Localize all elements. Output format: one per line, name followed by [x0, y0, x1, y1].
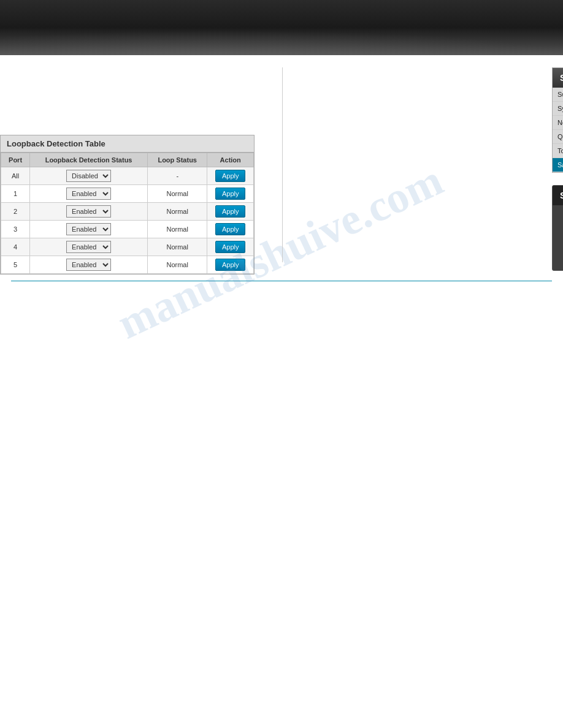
table-row: 4DisabledEnabledNormalApply — [1, 238, 254, 256]
cell-loop-status: Normal — [148, 221, 207, 238]
status-select[interactable]: DisabledEnabled — [66, 259, 111, 271]
status-select[interactable]: DisabledEnabled — [66, 223, 111, 235]
menu-item-network[interactable]: Network — [553, 116, 563, 130]
apply-button[interactable]: Apply — [215, 259, 246, 271]
cell-status: DisabledEnabled — [30, 238, 148, 256]
cell-loop-status: Normal — [148, 256, 207, 274]
table-row: 3DisabledEnabledNormalApply — [1, 221, 254, 238]
cell-status: DisabledEnabled — [30, 203, 148, 221]
cell-action: Apply — [207, 238, 254, 256]
status-select[interactable]: DisabledEnabled — [66, 188, 111, 200]
menu-item-qos[interactable]: QoS — [553, 130, 563, 144]
apply-button[interactable]: Apply — [215, 241, 246, 253]
cell-status: DisabledEnabled — [30, 185, 148, 203]
table-row: 5DisabledEnabledNormalApply — [1, 256, 254, 274]
menu-item-tools[interactable]: Tools — [553, 144, 563, 158]
cell-action: Apply — [207, 221, 254, 238]
apply-button[interactable]: Apply — [215, 205, 246, 218]
cell-loop-status: - — [148, 167, 207, 185]
cell-port: All — [1, 167, 30, 185]
save-config-title: Save Configuration — [553, 186, 563, 205]
cell-port: 2 — [1, 203, 30, 221]
col-action: Action — [207, 153, 254, 167]
save-settings-body: Switch InfoSystemNetworkQoSToolsSave Not… — [553, 88, 563, 172]
table-row: 2DisabledEnabledNormalApply — [1, 203, 254, 221]
cell-status: DisabledEnabled — [30, 167, 148, 185]
save-menu-sidebar: Switch InfoSystemNetworkQoSToolsSave — [553, 88, 563, 172]
table-row: 1DisabledEnabledNormalApply — [1, 185, 254, 203]
table-row: AllDisabledEnabled-Apply — [1, 167, 254, 185]
status-select[interactable]: DisabledEnabled — [66, 170, 111, 182]
menu-item-system[interactable]: System — [553, 102, 563, 116]
cell-loop-status: Normal — [148, 185, 207, 203]
apply-button[interactable]: Apply — [215, 170, 246, 182]
table-header-row: Port Loopback Detection Status Loop Stat… — [1, 153, 254, 167]
save-settings-title: Save Settings to Flash — [553, 68, 563, 88]
status-select[interactable]: DisabledEnabled — [66, 241, 111, 253]
menu-item-switch-info[interactable]: Switch Info — [553, 88, 563, 102]
cell-port: 4 — [1, 238, 30, 256]
cell-status: DisabledEnabled — [30, 256, 148, 274]
save-settings-panel: Save Settings to Flash Switch InfoSystem… — [552, 67, 563, 173]
left-panel: Loopback Detection Table Port Loopback D… — [0, 55, 270, 275]
apply-button[interactable]: Apply — [215, 223, 246, 235]
top-banner — [0, 0, 563, 55]
cell-loop-status: Normal — [148, 238, 207, 256]
col-port: Port — [1, 153, 30, 167]
cell-port: 1 — [1, 185, 30, 203]
col-loop-status: Loop Status — [148, 153, 207, 167]
cell-action: Apply — [207, 203, 254, 221]
save-config-dialog: Save Configuration The configuration has… — [552, 185, 563, 271]
save-config-body: The configuration has been saved. Contin… — [553, 205, 563, 270]
loopback-detection-container: Loopback Detection Table Port Loopback D… — [0, 135, 255, 275]
cell-action: Apply — [207, 167, 254, 185]
apply-button[interactable]: Apply — [215, 188, 246, 200]
right-panel: Save Settings to Flash Switch InfoSystem… — [552, 55, 563, 275]
col-detection-status: Loopback Detection Status — [30, 153, 148, 167]
cell-loop-status: Normal — [148, 203, 207, 221]
loopback-table: Port Loopback Detection Status Loop Stat… — [1, 153, 254, 274]
status-select[interactable]: DisabledEnabled — [66, 205, 111, 218]
vertical-divider — [282, 67, 283, 262]
bottom-rule — [11, 281, 552, 281]
cell-action: Apply — [207, 256, 254, 274]
menu-item-save[interactable]: Save — [553, 158, 563, 172]
cell-port: 3 — [1, 221, 30, 238]
loopback-table-title: Loopback Detection Table — [1, 135, 254, 153]
cell-status: DisabledEnabled — [30, 221, 148, 238]
cell-port: 5 — [1, 256, 30, 274]
cell-action: Apply — [207, 185, 254, 203]
